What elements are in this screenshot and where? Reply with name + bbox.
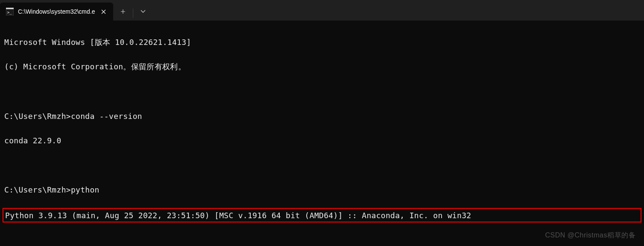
output-line (4, 234, 640, 246)
new-tab-button[interactable] (113, 3, 133, 21)
output-line: C:\Users\Rmzh>python (4, 184, 640, 196)
terminal-output[interactable]: Microsoft Windows [版本 10.0.22621.1413] (… (0, 21, 644, 246)
output-line: Microsoft Windows [版本 10.0.22621.1413] (4, 36, 640, 49)
cmd-icon: >_ (6, 8, 14, 15)
output-line: C:\Users\Rmzh>conda --version (4, 110, 640, 123)
tab-close-button[interactable] (100, 7, 108, 16)
titlebar: >_ C:\Windows\system32\cmd.e (0, 0, 644, 21)
tab-title: C:\Windows\system32\cmd.e (18, 8, 95, 15)
watermark-text: CSDN @Christmas稻草的备 (545, 231, 635, 240)
output-line (4, 86, 640, 98)
tab-active[interactable]: >_ C:\Windows\system32\cmd.e (0, 3, 113, 21)
output-line: (c) Microsoft Corporation。保留所有权利。 (4, 61, 640, 73)
output-line: conda 22.9.0 (4, 135, 640, 147)
svg-rect-1 (6, 8, 14, 9)
output-line (4, 160, 640, 172)
svg-text:>_: >_ (7, 10, 12, 15)
highlighted-python-version: Python 3.9.13 (main, Aug 25 2022, 23:51:… (3, 208, 641, 222)
tab-dropdown-button[interactable] (133, 3, 153, 21)
